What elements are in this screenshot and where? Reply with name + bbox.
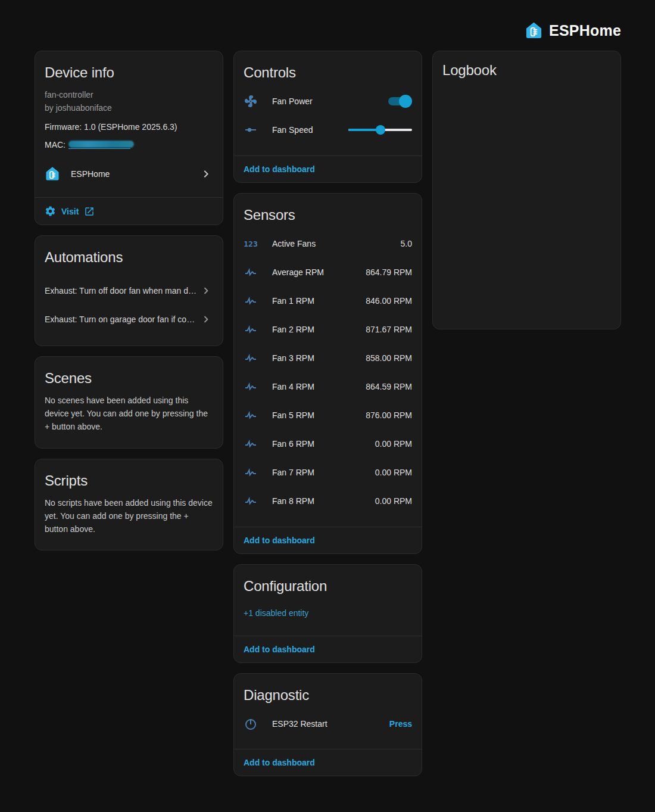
entity-label: Fan Speed — [272, 125, 348, 135]
device-mac-row: MAC: — [45, 139, 213, 151]
scripts-card: Scripts No scripts have been added using… — [35, 459, 223, 550]
device-info-footer: Visit — [35, 197, 223, 225]
disabled-entities-link[interactable]: +1 disabled entity — [244, 608, 308, 618]
sensor-value: 858.00 RPM — [366, 353, 412, 363]
right-column: Logbook — [432, 51, 621, 329]
entity-row-fan-speed: Fan Speed — [244, 116, 412, 144]
device-name: fan-controller — [45, 88, 213, 101]
esphome-logo-icon — [525, 21, 543, 40]
sensor-label: Fan 5 RPM — [272, 410, 366, 420]
logbook-card: Logbook — [432, 51, 621, 329]
automations-card: Automations Exhaust: Turn off door fan w… — [35, 235, 223, 346]
fan-speed-slider[interactable] — [348, 125, 412, 135]
device-page-content: Device info fan-controller by joshuaboni… — [35, 51, 621, 776]
configuration-title: Configuration — [234, 565, 422, 596]
automation-list: Exhaust: Turn off door fan when man d… E… — [35, 267, 223, 346]
automation-label: Exhaust: Turn off door fan when man d… — [45, 286, 199, 295]
automation-label: Exhaust: Turn on garage door fan if co… — [45, 315, 199, 324]
scenes-card: Scenes No scenes have been added using t… — [35, 356, 223, 449]
mac-label: MAC: — [45, 139, 66, 151]
logbook-title: Logbook — [433, 51, 620, 80]
sensor-value: 846.00 RPM — [366, 296, 412, 306]
configuration-body: +1 disabled entity — [234, 596, 422, 628]
automation-item[interactable]: Exhaust: Turn on garage door fan if co… — [45, 305, 213, 334]
numeric-123-icon: 123 — [244, 237, 258, 251]
automations-title: Automations — [35, 236, 223, 267]
press-button[interactable]: Press — [389, 719, 412, 729]
entity-row-fan-power: Fan Power — [244, 87, 412, 116]
device-firmware: Firmware: 1.0 (ESPHome 2025.6.3) — [45, 121, 213, 133]
visit-link[interactable]: Visit — [35, 198, 223, 225]
pulse-icon — [244, 379, 258, 394]
add-to-dashboard-button[interactable]: Add to dashboard — [234, 636, 325, 662]
sensor-value: 0.00 RPM — [375, 496, 412, 506]
diagnostic-card: Diagnostic ESP32 Restart Press Add to da… — [233, 673, 422, 776]
sensors-rows: 123 Active Fans 5.0 Average RPM 864.79 R… — [234, 225, 422, 522]
sensor-label: Fan 7 RPM — [272, 468, 375, 477]
device-info-body: fan-controller by joshuaboniface Firmwar… — [35, 82, 223, 189]
scenes-empty-text: No scenes have been added using this dev… — [35, 388, 223, 447]
add-to-dashboard-button[interactable]: Add to dashboard — [234, 156, 325, 182]
entity-label: Fan Power — [272, 97, 388, 106]
sensor-row-fan-4-rpm[interactable]: Fan 4 RPM 864.59 RPM — [244, 372, 412, 401]
entity-row-esp32-restart: ESP32 Restart Press — [244, 710, 412, 738]
scenes-title: Scenes — [35, 357, 223, 388]
configuration-footer: Add to dashboard — [234, 636, 422, 662]
sensor-row-fan-8-rpm[interactable]: Fan 8 RPM 0.00 RPM — [244, 487, 412, 515]
sensors-footer: Add to dashboard — [234, 527, 422, 553]
add-to-dashboard-button[interactable]: Add to dashboard — [234, 527, 325, 553]
sensor-label: Fan 8 RPM — [272, 496, 375, 506]
fan-power-toggle[interactable] — [388, 95, 412, 108]
pulse-icon — [244, 437, 258, 451]
sensor-label: Active Fans — [272, 239, 401, 248]
sensor-row-fan-6-rpm[interactable]: Fan 6 RPM 0.00 RPM — [244, 430, 412, 458]
sensor-value: 864.59 RPM — [366, 382, 412, 391]
sensors-card: Sensors 123 Active Fans 5.0 Average RPM … — [233, 193, 422, 554]
middle-column: Controls Fan Power — [233, 51, 422, 776]
pulse-icon — [244, 351, 258, 365]
sensor-row-average-rpm[interactable]: Average RPM 864.79 RPM — [244, 258, 412, 287]
device-manufacturer: by joshuaboniface — [45, 101, 213, 114]
visit-label: Visit — [61, 207, 79, 216]
open-in-new-icon — [84, 206, 95, 217]
sensor-row-fan-3-rpm[interactable]: Fan 3 RPM 858.00 RPM — [244, 344, 412, 372]
pulse-icon — [244, 408, 258, 422]
pulse-icon — [244, 294, 258, 308]
sensor-label: Fan 4 RPM — [272, 382, 366, 391]
sensor-value: 871.67 RPM — [366, 325, 412, 334]
integration-row-esphome[interactable]: ESPHome — [45, 159, 213, 189]
sensor-row-active-fans[interactable]: 123 Active Fans 5.0 — [244, 229, 412, 258]
diagnostic-footer: Add to dashboard — [234, 749, 422, 776]
add-to-dashboard-button[interactable]: Add to dashboard — [234, 749, 325, 776]
controls-card: Controls Fan Power — [233, 51, 422, 183]
pulse-icon — [244, 322, 258, 337]
pulse-icon — [244, 265, 258, 279]
left-column: Device info fan-controller by joshuaboni… — [35, 51, 223, 550]
device-info-card: Device info fan-controller by joshuaboni… — [35, 51, 223, 225]
sensor-label: Fan 3 RPM — [272, 353, 366, 363]
chevron-right-icon — [199, 284, 213, 297]
configuration-card: Configuration +1 disabled entity Add to … — [233, 564, 422, 663]
esphome-integration-icon — [45, 166, 60, 182]
sensor-label: Average RPM — [272, 267, 366, 277]
scripts-empty-text: No scripts have been added using this de… — [35, 490, 223, 550]
sensor-label: Fan 6 RPM — [272, 439, 375, 449]
entity-label: ESP32 Restart — [272, 719, 389, 729]
pulse-icon — [244, 494, 258, 508]
sensor-value: 5.0 — [401, 239, 412, 248]
mac-redacted-value — [68, 141, 135, 149]
pulse-icon — [244, 465, 258, 480]
sensor-row-fan-2-rpm[interactable]: Fan 2 RPM 871.67 RPM — [244, 315, 412, 344]
sensor-value: 876.00 RPM — [366, 410, 412, 420]
sensor-value: 864.79 RPM — [366, 267, 412, 277]
power-icon — [244, 717, 258, 731]
fan-icon — [244, 94, 258, 108]
sensor-row-fan-7-rpm[interactable]: Fan 7 RPM 0.00 RPM — [244, 458, 412, 487]
sensor-row-fan-1-rpm[interactable]: Fan 1 RPM 846.00 RPM — [244, 287, 412, 315]
automation-item[interactable]: Exhaust: Turn off door fan when man d… — [45, 276, 213, 305]
sensor-value: 0.00 RPM — [375, 439, 412, 449]
controls-footer: Add to dashboard — [234, 155, 422, 182]
esphome-logo-text: ESPHome — [549, 22, 621, 39]
sensor-row-fan-5-rpm[interactable]: Fan 5 RPM 876.00 RPM — [244, 401, 412, 430]
slider-icon — [244, 123, 258, 137]
